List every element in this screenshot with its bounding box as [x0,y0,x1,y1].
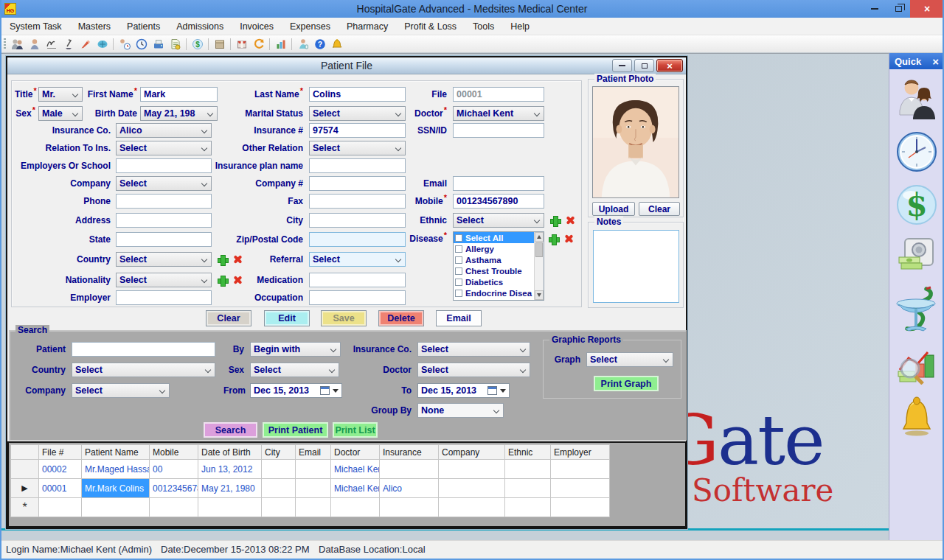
grid-col-header[interactable]: Mobile [150,445,198,460]
grid-row-new[interactable]: * [11,498,610,517]
referral-select[interactable]: Select [309,252,406,267]
minimize-button[interactable] [863,0,886,18]
grid-cell[interactable]: May 21, 1980 [198,479,262,498]
search-company-select[interactable]: Select [72,383,170,398]
row-selector[interactable] [11,460,39,479]
scrollbar-thumb[interactable] [535,242,543,257]
grid-cell[interactable] [262,498,296,517]
quick-clock-icon[interactable] [896,131,937,172]
lab-toolbar-icon[interactable] [60,37,77,52]
cash-toolbar-icon[interactable]: $ [189,37,206,52]
grid-cell[interactable] [551,460,610,479]
search-from-date[interactable]: Dec 15, 2013 [250,383,342,398]
clock-toolbar-icon[interactable] [133,37,150,52]
grid-col-header[interactable]: Company [439,445,505,460]
quick-financial-reports-icon[interactable] [897,348,937,385]
checkbox-icon[interactable] [455,245,462,253]
checkbox-icon[interactable] [455,290,462,297]
purchase-toolbar-icon[interactable] [233,37,250,52]
menu-pharmacy[interactable]: Pharmacy [339,21,396,32]
grid-cell[interactable] [505,460,551,479]
grid-cell[interactable]: Mr.Maged Hassan [82,460,150,479]
patient-toolbar-icon[interactable] [26,37,43,52]
sex-select[interactable]: Male [38,106,83,121]
new-row-icon[interactable]: * [11,498,39,517]
menu-invoices[interactable]: Invoices [232,21,282,32]
grid-cell[interactable] [551,498,610,517]
grid-cell[interactable] [296,498,331,517]
delete-button[interactable]: Delete [378,310,424,326]
menu-patients[interactable]: Patients [119,21,168,32]
print-list-button[interactable]: Print List [333,422,378,438]
grid-cell[interactable] [439,498,505,517]
disease-item-select-all[interactable]: Select All [454,232,544,243]
disease-item[interactable]: Allergy [454,243,544,254]
grid-cell[interactable] [296,479,331,498]
title-select[interactable]: Mr. [38,87,83,102]
photo-clear-button[interactable]: Clear [639,202,680,216]
grid-col-header[interactable]: File # [39,445,82,460]
close-button[interactable]: × [910,0,944,18]
menu-expenses[interactable]: Expenses [282,21,339,32]
occupation-input[interactable] [309,290,406,305]
disease-item[interactable]: Asthama [454,254,544,265]
edit-button[interactable]: Edit [264,310,310,326]
mobile-input[interactable]: 001234567890 [453,194,544,209]
doctor-schedule-toolbar-icon[interactable] [116,37,133,52]
menu-tools[interactable]: Tools [465,21,502,32]
search-patient-input[interactable] [72,342,215,357]
company-select[interactable]: Select [116,176,212,191]
grid-cell[interactable] [439,460,505,479]
search-doctor-select[interactable]: Select [417,363,530,377]
menu-masters[interactable]: Masters [70,21,119,32]
grid-col-header[interactable]: Employer [551,445,610,460]
save-button[interactable]: Save [321,310,367,326]
insurance-plan-input[interactable] [309,158,406,173]
grid-cell[interactable]: 00001 [39,479,82,498]
grid-cell[interactable] [296,460,331,479]
grid-cell[interactable] [150,498,198,517]
search-by-select[interactable]: Begin with [250,342,341,357]
grid-cell[interactable] [505,479,551,498]
grid-row[interactable]: 00002 Mr.Maged Hassan 00 Jun 13, 2012 Mi… [11,460,610,479]
email-button[interactable]: Email [436,310,482,326]
doctor-select[interactable]: Michael Kent [453,106,544,121]
menu-admissions[interactable]: Admissions [168,21,232,32]
grid-row-current[interactable]: ▶ 00001 Mr.Mark Colins 001234567890 May … [11,479,610,498]
grid-cell-selected[interactable]: Mr.Mark Colins [82,479,150,498]
invoice-toolbar-icon[interactable] [167,37,184,52]
quick-pharmacy-icon[interactable] [895,284,938,336]
add-disease-icon[interactable] [548,234,559,245]
print-patient-button[interactable]: Print Patient [263,422,328,438]
address-input[interactable] [116,213,212,228]
group-by-select[interactable]: None [417,403,504,418]
patient-grid[interactable]: File # Patient Name Mobile Date of Birth… [10,444,610,517]
clear-button[interactable]: Clear [206,310,251,326]
prescription-toolbar-icon[interactable] [77,37,94,52]
quick-billing-icon[interactable]: $ [896,184,937,225]
checkbox-icon[interactable] [455,234,462,242]
fax-toolbar-icon[interactable] [150,37,167,52]
nationality-select[interactable]: Select [116,273,212,287]
ssn-input[interactable] [453,123,544,138]
quick-cash-safe-icon[interactable] [898,237,936,273]
country-select[interactable]: Select [116,252,212,267]
grid-cell[interactable] [551,479,610,498]
other-relation-select[interactable]: Select [309,141,406,155]
grid-cell[interactable] [505,498,551,517]
grid-cell[interactable] [331,498,380,517]
medication-input[interactable] [309,273,406,287]
email-input[interactable] [453,176,544,191]
grid-cell[interactable] [380,460,439,479]
upload-button[interactable]: Upload [592,202,635,216]
disease-item[interactable]: Diabetics [454,276,544,287]
grid-cell[interactable] [439,479,505,498]
window-minimize-button[interactable] [612,59,632,72]
state-input[interactable] [116,232,212,247]
stock-toolbar-icon[interactable] [211,37,228,52]
quick-reminders-icon[interactable] [900,396,934,436]
patient-file-titlebar[interactable]: Patient File × [7,57,686,74]
reminder-toolbar-icon[interactable] [328,37,345,52]
relation-to-ins-select[interactable]: Select [116,141,212,155]
transport-toolbar-icon[interactable] [94,37,111,52]
